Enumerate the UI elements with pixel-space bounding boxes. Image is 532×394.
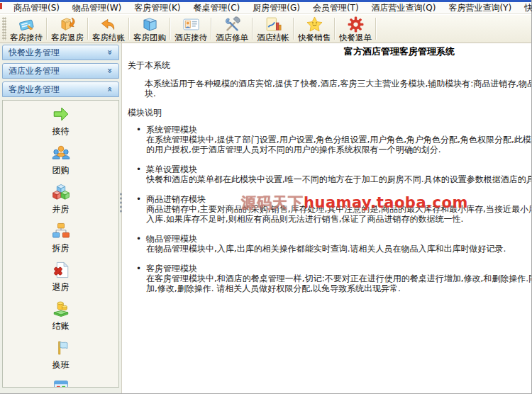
toolbar-button-label: 快餐销售: [298, 33, 331, 42]
sidebar-panel-hotel[interactable]: 酒店业务管理 »: [2, 63, 119, 79]
modules-heading: 模块说明: [128, 108, 531, 118]
sidebar-item[interactable]: 团购: [8, 144, 114, 176]
menu-item[interactable]: 快餐营业查询(F): [518, 2, 532, 13]
module-description: 快餐和酒店的菜单都在此模块中设置,唯一不同的地方在于加工的厨房不同.具体的设置参…: [146, 174, 531, 184]
module-item: 商品进销存模块 商品进销存中,主要对商品的采购,销售,库存处理,其中注意的是,商…: [126, 194, 531, 224]
toolbar-button[interactable]: 客房接待: [8, 15, 45, 43]
toolbar-button-label: 快餐退单: [339, 33, 372, 42]
module-description: 在系统管理模块中,提供了部门设置,用户设置,角色分组设置,用户角色,角户角色分配…: [146, 135, 531, 154]
window-edge-mark: [0, 3, 2, 9]
sidebar-item[interactable]: 拆房: [8, 222, 114, 254]
fastfood-refund-icon: [347, 16, 365, 33]
text-line: 在系统管理模块中,提供了部门设置,用户设置,角色分组设置,用户角色,角户角色分配…: [146, 135, 531, 145]
text-line: 加,修改,删除操作. 请相关人员做好权限分配,以免导致系统出现异常.: [146, 283, 531, 293]
toolbar-button[interactable]: 酒店修单: [214, 15, 250, 43]
menu-bar: 商品管理(S) 物品管理(W) 客房管理(K) 餐桌管理(C) 厨房管理(G) …: [0, 2, 531, 14]
room-checkout-icon: [59, 16, 77, 33]
toolbar-button[interactable]: 客房结账: [90, 15, 127, 43]
toolbar-button-label: 酒店接待: [174, 33, 207, 42]
hotel-billing-icon: [265, 16, 282, 33]
sidebar: 快餐业务管理 » 酒店业务管理 » 客房业务管理 « 接待: [0, 43, 122, 393]
sidebar-item-label: 接待: [52, 125, 70, 137]
toolbar-button-label: 客房接待: [10, 33, 43, 42]
module-list: 系统管理模块 在系统管理模块中,提供了部门设置,用户设置,角色分组设置,用户角色…: [126, 125, 531, 293]
menu-item[interactable]: 会员管理(T): [306, 2, 365, 13]
menu-item[interactable]: 商品管理(S): [7, 2, 66, 13]
checkout-cross-icon: [52, 261, 70, 279]
room-panel-body: 接待 团购 并房 拆房: [2, 100, 119, 388]
delayed-settle-icon: [52, 378, 70, 388]
sidebar-item[interactable]: 退房: [8, 261, 114, 293]
toolbar-buttons: 客房接待 客房退房 客房结账 客房团购: [8, 15, 378, 43]
menu-item[interactable]: 酒店营业查询(Q): [365, 2, 443, 13]
sidebar-item-label: 退房: [52, 281, 70, 293]
menu-item[interactable]: 客房管理(K): [128, 2, 187, 13]
module-item: 物品管理模块 在物品管理模块中,入库,出库的相关操作都能实时查询.请相关人员在物…: [126, 234, 531, 254]
chevron-up-icon: «: [105, 86, 115, 92]
fastfood-sale-icon: [306, 16, 323, 33]
room-reception-icon: [18, 16, 35, 33]
toolbar-button[interactable]: 酒店结帐: [255, 15, 292, 43]
module-item: 客房管理模块 在客房管理模块中,和酒店的餐桌管理一样,切记:不要对正在进行使用的…: [126, 264, 531, 293]
module-title: 客房管理模块: [146, 264, 531, 274]
toolbar-button[interactable]: 客房退房: [49, 15, 86, 43]
sidebar-item-label: 换班: [52, 359, 70, 371]
content-area: 富方酒店管理客房管理系统 关于本系统 本系统适用于各种规模的酒店宾馆,提供了快餐…: [122, 43, 531, 393]
module-description: 在物品管理模块中,入库,出库的相关操作都能实时查询.请相关人员在物品入库和出库时…: [146, 244, 531, 254]
sidebar-item[interactable]: 结账: [8, 300, 114, 332]
sidebar-panel-room[interactable]: 客房业务管理 «: [2, 81, 119, 97]
toolbar-button[interactable]: 客房团购: [131, 15, 168, 43]
toolbar-button-label: 酒店修单: [216, 33, 248, 42]
sidebar-item-label: 并房: [52, 203, 70, 215]
merge-room-icon: [52, 183, 70, 201]
toolbar-grip-handle[interactable]: [2, 17, 6, 40]
text-line: 本系统适用于各种规模的酒店宾馆,提供了快餐,酒店,客房三大主营业务模块,辅助模块…: [126, 79, 531, 89]
menu-item[interactable]: 厨房管理(G): [246, 2, 306, 13]
text-line: 块.: [126, 89, 531, 98]
module-title: 商品进销存模块: [146, 194, 531, 204]
toolbar-button-label: 客房退房: [51, 33, 84, 42]
menu-item[interactable]: 餐桌管理(C): [187, 2, 246, 13]
room-billing-icon: [100, 16, 118, 33]
toolbar-button-label: 客房结账: [92, 33, 125, 42]
text-line: 的用户授权,便于酒店管理人员对不同的用户的操作系统权限有一个明确的划分.: [146, 145, 531, 154]
sidebar-panel-fastfood[interactable]: 快餐业务管理 »: [2, 45, 119, 60]
about-paragraph: 本系统适用于各种规模的酒店宾馆,提供了快餐,酒店,客房三大主营业务模块,辅助模块…: [126, 79, 531, 98]
page-title: 富方酒店管理客房管理系统: [126, 46, 531, 57]
hotel-edit-icon: [223, 16, 241, 33]
text-line: 入库.如果库存不足时,则相应有商品则无法进行销售,保证了商品进销存的数据统一性.: [146, 214, 531, 224]
module-description: 商品进销存中,主要对商品的采购,销售,库存处理,其中注意的是,商品的最大库存和最…: [146, 204, 531, 224]
groupbuy-people-icon: [52, 144, 70, 162]
toolbar: 客房接待 客房退房 客房结账 客房团购: [0, 14, 531, 43]
reception-arrow-icon: [52, 105, 70, 123]
sidebar-item[interactable]: 并房: [8, 183, 114, 215]
hotel-management-window: 商品管理(S) 物品管理(W) 客房管理(K) 餐桌管理(C) 厨房管理(G) …: [0, 0, 532, 394]
settle-coins-icon: [52, 300, 70, 318]
sidebar-item-label: 结账: [52, 320, 70, 332]
text-line: 快餐和酒店的菜单都在此模块中设置,唯一不同的地方在于加工的厨房不同.具体的设置参…: [146, 174, 531, 184]
module-item: 系统管理模块 在系统管理模块中,提供了部门设置,用户设置,角色分组设置,用户角色…: [126, 125, 531, 154]
about-heading: 关于本系统: [128, 60, 531, 70]
menu-item[interactable]: 客房营业查询(Y): [442, 2, 518, 13]
sidebar-item[interactable]: 换班: [8, 339, 114, 371]
text-line: 在客房管理模块中,和酒店的餐桌管理一样,切记:不要对正在进行使用的餐桌进行增加,…: [146, 274, 531, 283]
toolbar-button-label: 酒店结帐: [257, 33, 289, 42]
room-groupbuy-icon: [141, 16, 159, 33]
module-item: 菜单设置模块 快餐和酒店的菜单都在此模块中设置,唯一不同的地方在于加工的厨房不同…: [126, 164, 531, 184]
module-title: 菜单设置模块: [146, 164, 531, 174]
toolbar-button[interactable]: 快餐退单: [337, 15, 374, 43]
module-title: 物品管理模块: [146, 234, 531, 244]
menu-item[interactable]: 物品管理(W): [66, 2, 128, 13]
toolbar-button[interactable]: 快餐销售: [296, 15, 333, 43]
hotel-reception-icon: [182, 16, 200, 33]
toolbar-button[interactable]: 酒店接待: [172, 15, 209, 43]
text-line: 在物品管理模块中,入库,出库的相关操作都能实时查询.请相关人员在物品入库和出库时…: [146, 244, 531, 254]
sidebar-item-label: 团购: [52, 164, 70, 176]
document: 富方酒店管理客房管理系统 关于本系统 本系统适用于各种规模的酒店宾馆,提供了快餐…: [122, 43, 531, 293]
sidebar-item[interactable]: 延迟结账查询: [8, 378, 114, 388]
sidebar-item-label: 拆房: [52, 242, 70, 254]
split-room-icon: [52, 222, 70, 240]
sidebar-item[interactable]: 接待: [8, 105, 114, 137]
text-line: 商品进销存中,主要对商品的采购,销售,库存处理,其中注意的是,商品的最大库存和最…: [146, 204, 531, 214]
main-region: 快餐业务管理 » 酒店业务管理 » 客房业务管理 « 接待: [0, 43, 531, 393]
